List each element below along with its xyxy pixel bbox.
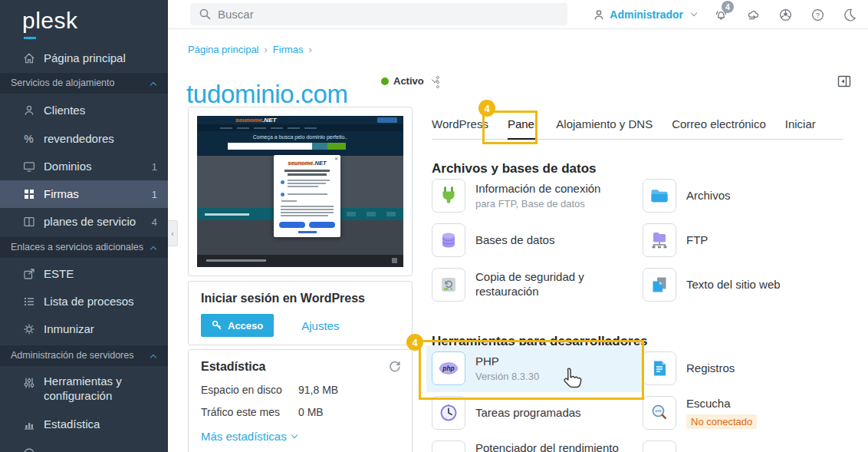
dark-mode-moon-icon[interactable] <box>842 7 857 22</box>
tool-texto-sitio[interactable]: Texto del sitio web <box>643 268 851 302</box>
preview-footer <box>197 255 403 267</box>
folder-icon <box>643 179 676 213</box>
site-preview-card[interactable]: seunome.NET Começa a busca pelo dominio … <box>188 107 413 276</box>
sidebar-item-home[interactable]: Página principal <box>0 45 168 72</box>
stat-row-traffic: Tráfico este mes 0 MB <box>201 406 399 418</box>
sidebar-collapse-handle[interactable]: ‹ <box>168 220 178 246</box>
sidebar-item-label: Lista de procesos <box>44 295 157 309</box>
sidebar-item-clientes[interactable]: Clientes <box>0 97 168 124</box>
monitor-icon <box>22 160 35 173</box>
sidebar-item-label: Dominios <box>44 160 146 174</box>
kebab-menu-icon[interactable] <box>435 74 441 90</box>
help-icon[interactable]: ? <box>810 7 825 22</box>
sidebar-item-estadistica[interactable]: Estadística <box>0 411 168 438</box>
breadcrumb-home-link[interactable]: Página principal <box>188 44 259 55</box>
gear-icon <box>22 323 35 336</box>
tool-archivos[interactable]: Archivos <box>643 179 851 213</box>
backup-icon <box>432 268 465 302</box>
tool-label: Copia de seguridad y restauración <box>475 270 640 299</box>
collapse-panel-icon[interactable] <box>837 74 851 88</box>
stat-label: Espacio en disco <box>201 384 298 396</box>
search-input[interactable] <box>190 3 567 25</box>
preview-modal-logo: seunome.NET <box>274 160 340 167</box>
breadcrumb-firmas-link[interactable]: Firmas <box>273 44 304 55</box>
sidebar-item-firmas[interactable]: Firmas 1 <box>0 180 168 208</box>
tab-iniciar[interactable]: Iniciar <box>785 117 816 130</box>
statistics-card: Estadística Espacio en disco 91,8 MB Trá… <box>188 349 413 452</box>
tool-registros[interactable]: Registros <box>643 351 851 385</box>
sidebar-section-enlaces[interactable]: Enlaces a servicios adicionales <box>0 237 168 258</box>
plesk-logo[interactable]: plesk <box>22 8 78 34</box>
listen-icon <box>643 396 676 430</box>
tool-escucha[interactable]: Escucha No conectado <box>643 396 851 430</box>
bar-chart-icon <box>22 418 35 431</box>
sidebar-section-servidores[interactable]: Administración de servidores <box>0 345 168 366</box>
circle-icon <box>22 447 35 452</box>
sidebar-item-label: revendedores <box>44 132 157 147</box>
sidebar-item-herramientas[interactable]: Herramientas y configuración <box>0 368 168 411</box>
tab-panel[interactable]: Panel <box>508 117 537 130</box>
more-statistics-link[interactable]: Más estadísticas <box>201 430 297 443</box>
tab-email[interactable]: Correo electrónico <box>672 117 766 130</box>
domain-tabs: WordPress Panel Alojamiento y DNS Correo… <box>432 117 843 140</box>
user-menu[interactable]: Administrador <box>593 8 696 21</box>
sidebar-item-este[interactable]: ESTE <box>0 260 168 288</box>
tab-hosting-dns[interactable]: Alojamiento y DNS <box>556 117 653 130</box>
grid-icon <box>22 188 35 201</box>
tool-label: Texto del sitio web <box>686 278 781 292</box>
user-name: Administrador <box>610 8 683 21</box>
breadcrumb-separator: › <box>309 44 312 55</box>
tab-wordpress[interactable]: WordPress <box>432 117 488 130</box>
sidebar-item-planes[interactable]: planes de servicio 4 <box>0 208 168 236</box>
notifications-bell-icon[interactable]: 4 <box>713 7 728 22</box>
tool-bases-de-datos[interactable]: Bases de datos <box>432 223 640 257</box>
count-badge: 4 <box>152 216 157 228</box>
globe-ball-icon[interactable] <box>778 7 793 22</box>
wordpress-settings-link[interactable]: Ajustes <box>301 319 339 332</box>
chevron-down-icon <box>291 431 297 437</box>
preview-site-nav <box>197 124 403 131</box>
sidebar-item-revendedores[interactable]: % revendedores <box>0 125 168 153</box>
svg-text:?: ? <box>815 10 819 18</box>
tool-ftp[interactable]: FTP <box>643 223 851 257</box>
cloud-sync-icon[interactable] <box>745 7 761 22</box>
sidebar-item-dominios[interactable]: Dominios 1 <box>0 153 168 180</box>
count-badge: 1 <box>152 161 157 173</box>
status-dropdown[interactable]: Activo <box>381 75 437 87</box>
gauge-icon <box>432 440 465 452</box>
tool-php[interactable]: php PHP Versión 8.3.30 <box>432 351 640 385</box>
database-icon <box>432 223 465 257</box>
tool-label: Registros <box>686 361 735 376</box>
tool-tareas[interactable]: Tareas programadas <box>432 396 640 430</box>
count-badge: 1 <box>152 189 157 200</box>
clock-icon <box>432 396 465 430</box>
tool-connection-info[interactable]: Información de conexión para FTP, Base d… <box>432 179 640 213</box>
sidebar-item-procesos[interactable]: Lista de procesos <box>0 288 168 315</box>
ftp-icon <box>643 223 676 257</box>
chevron-up-icon <box>150 246 156 252</box>
tool-backup[interactable]: Copia de seguridad y restauración <box>432 268 640 302</box>
search-icon <box>199 8 212 21</box>
sidebar-item-label: Clientes <box>44 104 157 118</box>
preview-search-row <box>228 143 346 150</box>
preview-hero-text: Começa a busca pelo dominio perfeito.. <box>197 134 403 140</box>
site-preview-thumbnail: seunome.NET Começa a busca pelo dominio … <box>197 116 403 267</box>
refresh-icon[interactable] <box>388 359 402 373</box>
stat-label: Tráfico este mes <box>201 406 298 418</box>
wordpress-login-card: Iniciar sesión en WordPress Acceso Ajust… <box>188 281 413 345</box>
preview-modal-link <box>298 231 317 233</box>
tool-partial[interactable] <box>643 440 851 452</box>
sidebar-item-inmunizar[interactable]: Inmunizar <box>0 315 168 343</box>
preview-header-button <box>377 117 397 123</box>
key-icon <box>212 320 222 331</box>
sidebar-section-hosting[interactable]: Servicios de alojamiento <box>0 73 168 94</box>
preview-site-header: seunome.NET <box>197 116 403 124</box>
wordpress-login-button[interactable]: Acceso <box>201 314 274 337</box>
sidebar-item-partial[interactable] <box>0 440 168 452</box>
tool-potenciador[interactable]: Potenciador del rendimiento <box>432 440 640 452</box>
chevron-up-icon <box>150 81 156 87</box>
sidebar-item-label: Firmas <box>44 187 146 202</box>
sidebar-item-label: Herramientas y configuración <box>44 374 157 404</box>
topbar: Administrador 4 ? <box>168 0 868 29</box>
chevron-down-icon <box>691 10 697 16</box>
